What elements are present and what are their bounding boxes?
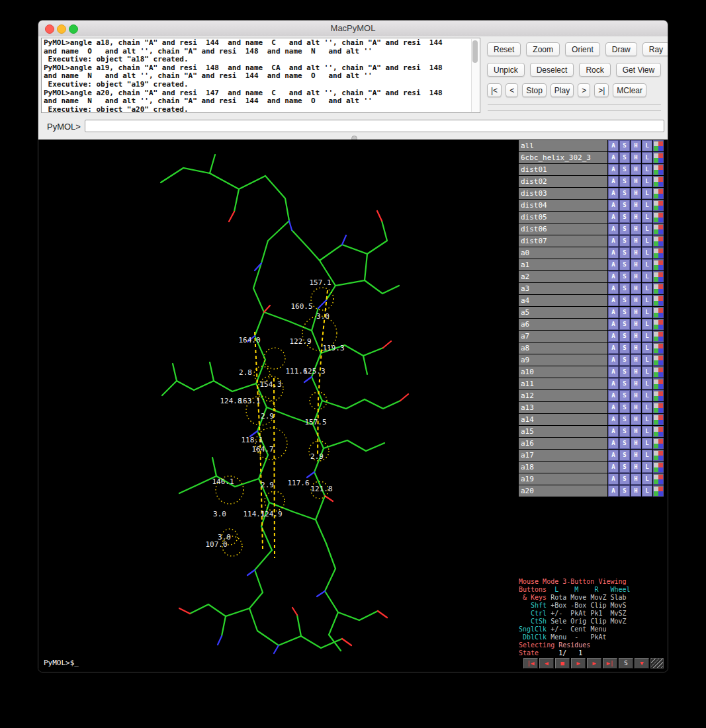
object-s-button[interactable]: S xyxy=(619,247,630,259)
object-color-button[interactable] xyxy=(653,402,664,413)
object-color-button[interactable] xyxy=(653,164,664,175)
object-s-button[interactable]: S xyxy=(619,176,630,187)
object-a-button[interactable]: A xyxy=(608,152,619,163)
object-h-button[interactable]: H xyxy=(631,390,641,401)
object-color-button[interactable] xyxy=(653,271,664,282)
object-h-button[interactable]: H xyxy=(631,188,641,199)
rewind-button[interactable]: |◀ xyxy=(523,658,538,668)
object-name[interactable]: dist03 xyxy=(519,188,607,199)
step-forward-button[interactable]: ▶ xyxy=(587,658,601,668)
object-h-button[interactable]: H xyxy=(631,235,641,247)
object-s-button[interactable]: S xyxy=(619,450,630,461)
object-h-button[interactable]: H xyxy=(631,295,641,306)
object-h-button[interactable]: H xyxy=(631,485,641,497)
viewport-prompt[interactable]: PyMOL>$_ xyxy=(44,659,79,667)
object-l-button[interactable]: L xyxy=(642,152,652,163)
object-color-button[interactable] xyxy=(653,200,664,211)
object-name[interactable]: a8 xyxy=(519,343,607,354)
object-a-button[interactable]: A xyxy=(608,188,619,199)
object-a-button[interactable]: A xyxy=(608,140,619,151)
object-color-button[interactable] xyxy=(653,450,664,461)
object-color-button[interactable] xyxy=(653,438,664,449)
object-a-button[interactable]: A xyxy=(608,271,619,282)
object-s-button[interactable]: S xyxy=(619,295,630,306)
object-l-button[interactable]: L xyxy=(642,426,652,437)
object-s-button[interactable]: S xyxy=(619,212,630,223)
object-name[interactable]: a9 xyxy=(519,354,607,366)
object-l-button[interactable]: L xyxy=(642,200,652,211)
object-s-button[interactable]: S xyxy=(619,152,630,163)
object-h-button[interactable]: H xyxy=(631,319,641,330)
object-s-button[interactable]: S xyxy=(619,354,630,366)
object-name[interactable]: dist06 xyxy=(519,223,607,235)
object-color-button[interactable] xyxy=(653,378,664,389)
object-h-button[interactable]: H xyxy=(631,343,641,354)
object-a-button[interactable]: A xyxy=(608,402,619,413)
object-l-button[interactable]: L xyxy=(642,140,652,151)
object-color-button[interactable] xyxy=(653,331,664,342)
object-name[interactable]: a19 xyxy=(519,473,607,485)
object-l-button[interactable]: L xyxy=(642,343,652,354)
toolbar-button-reset[interactable]: Reset xyxy=(487,42,521,56)
object-a-button[interactable]: A xyxy=(608,235,619,247)
object-h-button[interactable]: H xyxy=(631,331,641,342)
object-h-button[interactable]: H xyxy=(631,426,641,437)
object-l-button[interactable]: L xyxy=(642,176,652,187)
object-name[interactable]: a20 xyxy=(519,485,607,497)
object-h-button[interactable]: H xyxy=(631,152,641,163)
object-h-button[interactable]: H xyxy=(631,366,641,378)
object-l-button[interactable]: L xyxy=(642,331,652,342)
object-s-button[interactable]: S xyxy=(619,331,630,342)
object-color-button[interactable] xyxy=(653,485,664,497)
step-back-button[interactable]: ◀ xyxy=(539,658,554,668)
toolbar-button-mclear[interactable]: MClear xyxy=(613,83,646,97)
object-h-button[interactable]: H xyxy=(631,271,641,282)
object-s-button[interactable]: S xyxy=(619,164,630,175)
object-h-button[interactable]: H xyxy=(631,402,641,413)
stop-button[interactable]: ■ xyxy=(555,658,570,668)
resize-grip[interactable] xyxy=(650,658,664,668)
toolbar-button-orient[interactable]: Orient xyxy=(565,42,600,56)
object-name[interactable]: dist02 xyxy=(519,176,607,187)
object-s-button[interactable]: S xyxy=(619,259,630,270)
object-name[interactable]: a4 xyxy=(519,295,607,306)
object-name[interactable]: a12 xyxy=(519,390,607,401)
object-name[interactable]: a18 xyxy=(519,462,607,473)
object-a-button[interactable]: A xyxy=(608,473,619,485)
object-color-button[interactable] xyxy=(653,354,664,366)
object-l-button[interactable]: L xyxy=(642,223,652,235)
object-a-button[interactable]: A xyxy=(608,462,619,473)
object-l-button[interactable]: L xyxy=(642,235,652,247)
object-a-button[interactable]: A xyxy=(608,295,619,306)
object-color-button[interactable] xyxy=(653,426,664,437)
object-h-button[interactable]: H xyxy=(631,164,641,175)
object-h-button[interactable]: H xyxy=(631,450,641,461)
object-s-button[interactable]: S xyxy=(619,414,630,425)
object-name[interactable]: a6 xyxy=(519,319,607,330)
object-name[interactable]: a13 xyxy=(519,402,607,413)
object-h-button[interactable]: H xyxy=(631,414,641,425)
toolbar-button-ray[interactable]: Ray xyxy=(642,42,668,56)
object-name[interactable]: a1 xyxy=(519,259,607,270)
toolbar-button-get-view[interactable]: Get View xyxy=(616,63,661,77)
title-bar[interactable]: MacPyMOL xyxy=(38,20,668,37)
object-name[interactable]: a5 xyxy=(519,307,607,318)
object-color-button[interactable] xyxy=(653,390,664,401)
object-color-button[interactable] xyxy=(653,307,664,318)
object-color-button[interactable] xyxy=(653,235,664,247)
object-s-button[interactable]: S xyxy=(619,438,630,449)
toolbar-button-[interactable]: |< xyxy=(487,83,502,97)
object-name[interactable]: dist01 xyxy=(519,164,607,175)
object-l-button[interactable]: L xyxy=(642,366,652,378)
object-s-button[interactable]: S xyxy=(619,200,630,211)
object-color-button[interactable] xyxy=(653,176,664,187)
object-l-button[interactable]: L xyxy=(642,259,652,270)
object-l-button[interactable]: L xyxy=(642,462,652,473)
object-h-button[interactable]: H xyxy=(631,259,641,270)
object-name[interactable]: a10 xyxy=(519,366,607,378)
object-color-button[interactable] xyxy=(653,343,664,354)
object-color-button[interactable] xyxy=(653,319,664,330)
object-name[interactable]: dist04 xyxy=(519,200,607,211)
object-name[interactable]: a17 xyxy=(519,450,607,461)
object-a-button[interactable]: A xyxy=(608,176,619,187)
